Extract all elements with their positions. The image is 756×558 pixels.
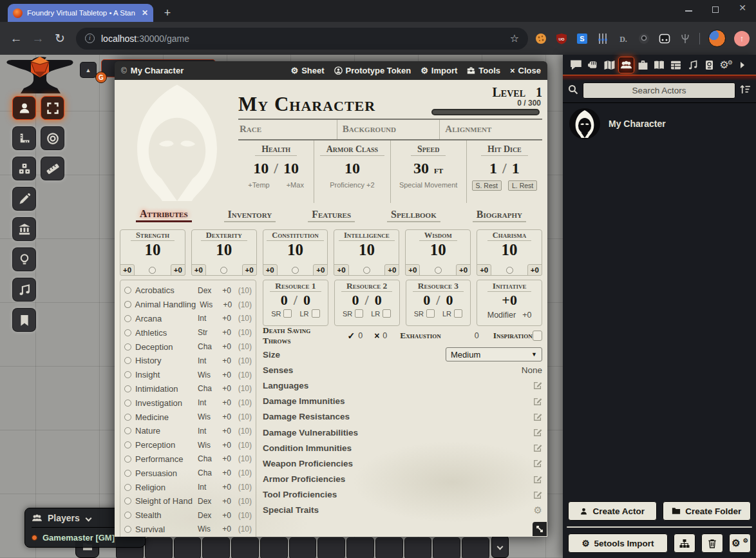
skill-name[interactable]: Survival — [135, 524, 194, 534]
tab-biography[interactable]: Biography — [473, 209, 526, 222]
tab-spellbook[interactable]: Spellbook — [387, 209, 440, 222]
lighting-tool-button[interactable] — [12, 247, 36, 271]
sidebar-tab-scenes[interactable] — [601, 57, 618, 73]
resource-2[interactable]: Resource 2 0/0 SRLR — [334, 280, 400, 326]
speed-value[interactable]: 30 — [413, 160, 429, 177]
race-field[interactable]: Race — [238, 120, 337, 139]
back-button[interactable]: ← — [5, 32, 27, 46]
skill-name[interactable]: Persuasion — [135, 468, 194, 478]
ability-save[interactable]: +0 — [456, 264, 471, 276]
tab-close-icon[interactable]: ✕ — [142, 8, 148, 17]
ability-block[interactable]: Intelligence 10 +0 +0 — [334, 229, 399, 276]
edit-icon[interactable] — [533, 475, 542, 484]
tab-attributes[interactable]: Attributes — [136, 208, 192, 222]
skill-proficiency-radio[interactable] — [124, 301, 131, 308]
edit-icon[interactable] — [533, 381, 542, 390]
ability-score[interactable]: 10 — [359, 241, 375, 259]
skill-proficiency-radio[interactable] — [124, 315, 131, 322]
sidebar-tab-chat[interactable] — [568, 57, 584, 73]
skill-name[interactable]: Performance — [135, 454, 194, 464]
ability-save[interactable]: +0 — [242, 264, 257, 276]
character-portrait[interactable] — [120, 82, 234, 203]
skill-row[interactable]: Athletics Str +0 (10) — [124, 325, 252, 340]
short-rest-button[interactable]: S. Rest — [472, 180, 502, 191]
skill-proficiency-radio[interactable] — [124, 343, 131, 351]
skill-proficiency-radio[interactable] — [124, 287, 131, 294]
sidebar-tab-items[interactable] — [635, 57, 651, 73]
close-window-button[interactable]: ×Close — [510, 66, 541, 75]
skill-proficiency-radio[interactable] — [124, 441, 131, 448]
bookmark-star-icon[interactable]: ☆ — [510, 32, 519, 44]
skill-row[interactable]: Medicine Wis +0 (10) — [124, 410, 252, 424]
initiative-value[interactable]: +0 — [502, 292, 517, 309]
ability-mod[interactable]: +0 — [120, 264, 135, 276]
browser-update-icon[interactable]: ↑ — [734, 31, 750, 46]
page-info-icon[interactable]: i — [85, 34, 95, 43]
lr-checkbox[interactable] — [312, 309, 320, 318]
reload-button[interactable]: ↻ — [49, 31, 71, 46]
create-folder-button[interactable]: Create Folder — [663, 501, 751, 521]
ability-save[interactable]: +0 — [313, 264, 328, 276]
sidebar-tab-actors[interactable] — [618, 57, 634, 73]
macro-slot[interactable] — [317, 537, 345, 558]
sr-checkbox[interactable] — [355, 309, 363, 318]
edit-icon[interactable] — [533, 412, 542, 421]
import-button[interactable]: ⚙Import — [421, 66, 457, 75]
hit-dice-stat[interactable]: Hit Dice 1/1 S. Rest L. Rest — [466, 140, 542, 203]
ability-save[interactable]: +0 — [527, 264, 542, 276]
lr-checkbox[interactable] — [454, 309, 462, 318]
browser-tab[interactable]: Foundry Virtual Tabletop • A Stan ✕ — [8, 4, 153, 22]
skill-name[interactable]: History — [135, 356, 194, 365]
sliders-extension-icon[interactable] — [596, 32, 609, 44]
tab-inventory[interactable]: Inventory — [224, 209, 276, 222]
profile-avatar[interactable] — [708, 30, 726, 47]
window-resize-handle[interactable] — [533, 522, 547, 536]
walls-tool-button[interactable] — [12, 217, 36, 241]
macro-slot[interactable] — [231, 537, 259, 558]
ability-block[interactable]: Strength 10 +0 +0 — [120, 229, 185, 276]
skill-row[interactable]: Religion Int +0 (10) — [124, 480, 252, 494]
inspiration-checkbox[interactable] — [533, 331, 542, 341]
skill-row[interactable]: Persuasion Cha +0 (10) — [124, 466, 252, 480]
hp-current[interactable]: 10 — [253, 160, 269, 177]
nav-collapse-button[interactable]: ▲ — [80, 62, 97, 78]
ability-name[interactable]: Intelligence — [339, 230, 395, 241]
window-close-button[interactable]: ✕ — [738, 3, 747, 17]
edit-icon[interactable] — [533, 459, 542, 468]
notes-tool-button[interactable] — [12, 308, 36, 332]
skill-row[interactable]: Performance Cha +0 (10) — [124, 452, 252, 467]
skill-proficiency-radio[interactable] — [124, 470, 131, 477]
skill-proficiency-radio[interactable] — [124, 385, 131, 392]
settings-gears-button[interactable]: ⚙⚙ — [729, 534, 751, 553]
target-tool-button[interactable] — [41, 126, 64, 150]
ruler-tool-button[interactable] — [12, 126, 36, 150]
ability-save[interactable]: +0 — [384, 264, 399, 276]
macro-slot[interactable] — [145, 537, 173, 558]
alignment-field[interactable]: Alignment — [439, 120, 542, 139]
macro-slot[interactable] — [289, 537, 317, 558]
create-actor-button[interactable]: Create Actor — [568, 501, 657, 521]
cookie-extension-icon[interactable] — [534, 32, 547, 44]
macro-slot[interactable] — [174, 537, 202, 558]
skill-name[interactable]: Nature — [135, 426, 194, 436]
skill-proficiency-radio[interactable] — [124, 427, 131, 434]
skill-row[interactable]: Survival Wis +0 (10) — [124, 523, 252, 537]
ability-score[interactable]: 10 — [216, 241, 232, 259]
ability-save[interactable]: +0 — [171, 264, 185, 276]
macro-slot[interactable] — [404, 537, 432, 558]
sidebar-tab-playlists[interactable] — [685, 57, 701, 73]
character-sheet-window[interactable]: © My Character ⚙Sheet Prototype Token ⚙I… — [115, 61, 547, 537]
skill-row[interactable]: Stealth Dex +0 (10) — [124, 508, 252, 523]
speed-stat[interactable]: Speed 30ft Special Movement — [390, 140, 466, 203]
death-success-icon[interactable]: ✓ — [347, 331, 355, 341]
skill-proficiency-radio[interactable] — [124, 497, 131, 505]
tab-features[interactable]: Features — [308, 209, 355, 222]
skill-name[interactable]: Deception — [135, 342, 194, 352]
ability-name[interactable]: Strength — [131, 230, 175, 241]
ability-name[interactable]: Dexterity — [201, 230, 247, 241]
drawing-tool-button[interactable] — [12, 187, 36, 211]
hd-max[interactable]: 1 — [512, 160, 520, 177]
armor-class-stat[interactable]: Armor Class 10 Proficiency +2 — [314, 140, 390, 203]
actor-name[interactable]: My Character — [609, 119, 666, 129]
skill-name[interactable]: Animal Handling — [135, 300, 196, 309]
